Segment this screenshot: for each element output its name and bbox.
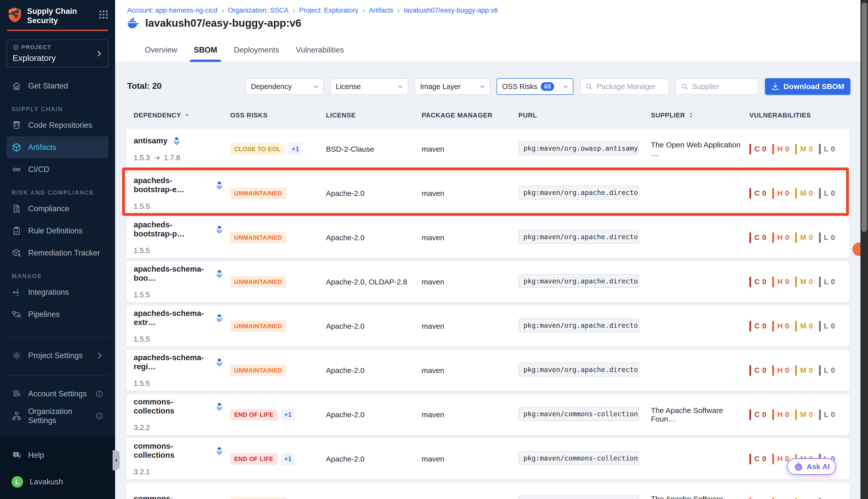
severity-h: H0 [772, 188, 789, 199]
sidebar-item-label: Account Settings [28, 389, 87, 398]
purl-value[interactable]: pkg:maven/commons-configuration/c… [518, 496, 639, 499]
severity-count: 0 [762, 455, 766, 463]
package-manager-value: maven [422, 278, 444, 286]
sidebar-item-project-settings[interactable]: Project Settings [7, 344, 109, 367]
tab-vulnerabilities[interactable]: Vulnerabilities [296, 38, 344, 62]
layers-icon[interactable] [215, 180, 224, 190]
layers-icon[interactable] [215, 224, 224, 234]
doc-search-icon [12, 204, 22, 214]
package-manager-search[interactable] [580, 78, 669, 95]
severity-letter: H [777, 455, 783, 463]
purl-value[interactable]: pkg:maven/org.owasp.antisamy/ant… [518, 141, 639, 155]
supplier-search[interactable] [676, 78, 758, 95]
user-menu[interactable]: L Lavakush [7, 471, 109, 493]
column-header-dependency[interactable]: DEPENDENCY [134, 111, 230, 119]
filter-count-badge: 03 [541, 82, 554, 91]
purl-value[interactable]: pkg:maven/org.apache.directory.s… [518, 186, 639, 199]
tab-sbom[interactable]: SBOM [194, 38, 217, 62]
filter-dropdown-dependency[interactable]: Dependency [245, 78, 324, 95]
purl-value[interactable]: pkg:maven/org.apache.directory.s… [518, 318, 639, 332]
filter-dropdown-oss-risks[interactable]: OSS Risks03 [496, 78, 574, 95]
breadcrumb-link[interactable]: lavakush07/easy-buggy-app:v6 [404, 7, 498, 14]
severity-h: H0 [772, 144, 789, 155]
download-sbom-button[interactable]: Download SBOM [765, 78, 851, 95]
sidebar-item-artifacts[interactable]: Artifacts [7, 136, 109, 158]
scrollbar-track[interactable] [860, 0, 868, 499]
shield-logo-icon [7, 7, 23, 24]
sidebar-item-help[interactable]: ? Help [7, 444, 109, 466]
sidebar-collapse-handle[interactable] [113, 450, 119, 470]
layers-icon[interactable] [215, 446, 224, 455]
table-row[interactable]: antisamy1.5.31.7.8CLOSE TO EOL+1BSD-2-Cl… [126, 129, 850, 170]
license-value: Apache-2.0 [326, 189, 364, 197]
severity-c: C0 [750, 232, 766, 243]
table-row[interactable]: commons-collections3.2.1END OF LIFE+1Apa… [126, 438, 850, 479]
sidebar-item-label: Code Repositories [28, 121, 92, 130]
breadcrumb-link[interactable]: Organization: SSCA [228, 7, 289, 14]
sidebar-item-integrations[interactable]: Integrations [7, 281, 109, 303]
supplier-value: The Apache Software Foun… [651, 406, 723, 423]
sidebar-item-organization-settings[interactable]: Organization Settings [7, 405, 109, 427]
sidebar-item-code-repositories[interactable]: Code Repositories [7, 114, 109, 136]
sort-desc-icon[interactable] [184, 112, 190, 119]
chevron-down-icon [312, 83, 320, 90]
repo-icon [12, 120, 22, 130]
sidebar-item-get-started[interactable]: Get Started [7, 75, 109, 97]
severity-bar [795, 232, 797, 243]
table-row[interactable]: apacheds-schema-extr…1.5.5UNMAINTAINEDAp… [126, 306, 850, 346]
project-selector[interactable]: PROJECT Exploratory [7, 39, 109, 68]
package-manager-value: maven [422, 322, 444, 330]
tab-overview[interactable]: Overview [145, 38, 177, 62]
box-wrench-icon [12, 248, 22, 258]
layers-icon[interactable] [215, 357, 224, 367]
tab-deployments[interactable]: Deployments [234, 38, 279, 62]
license-value: Apache-2.0 [326, 233, 364, 242]
table-row[interactable]: apacheds-bootstrap-p…1.5.5UNMAINTAINEDAp… [126, 217, 850, 258]
sidebar-item-remediation-tracker[interactable]: Remediation Tracker [7, 242, 109, 264]
more-risks-chip[interactable]: +1 [288, 143, 302, 155]
layers-icon[interactable] [215, 313, 224, 323]
severity-count: 0 [831, 278, 835, 286]
accent-divider [7, 30, 108, 31]
sidebar-item-ci-cd[interactable]: CI/CD [7, 158, 109, 181]
vulnerability-counts: C0H0M0L0 [750, 321, 850, 331]
purl-value[interactable]: pkg:maven/org.apache.directory.s… [518, 274, 639, 288]
chevron-down-icon [397, 83, 404, 90]
severity-letter: L [824, 278, 829, 286]
sidebar-item-pipelines[interactable]: Pipelines [7, 303, 109, 326]
sidebar-item-account-settings[interactable]: Account Settings [7, 383, 109, 405]
ask-ai-button[interactable]: Ask AI [787, 458, 836, 475]
sort-icon[interactable] [688, 112, 694, 119]
module-grid-icon[interactable] [98, 9, 109, 20]
layers-icon[interactable] [215, 269, 224, 278]
layers-icon[interactable] [215, 402, 224, 411]
breadcrumb-link[interactable]: Account: app-harness-ng-cicd [127, 7, 217, 14]
table-row[interactable]: apacheds-bootstrap-e…1.5.5UNMAINTAINEDAp… [126, 173, 850, 214]
supplier-search-input[interactable] [692, 83, 753, 91]
purl-value[interactable]: pkg:maven/commons-collections/co… [518, 407, 639, 421]
integrations-icon [12, 287, 22, 297]
sidebar-item-compliance[interactable]: Compliance [7, 198, 109, 220]
info-icon[interactable] [96, 412, 103, 420]
more-risks-chip[interactable]: +1 [281, 409, 295, 421]
purl-value[interactable]: pkg:maven/org.apache.directory.s… [518, 230, 639, 244]
dependency-name: antisamy [134, 136, 167, 145]
layers-icon[interactable] [172, 136, 181, 146]
filter-dropdown-image-layer[interactable]: Image Layer [415, 78, 490, 95]
sidebar-item-label: Pipelines [28, 310, 60, 319]
package-manager-search-input[interactable] [596, 83, 664, 91]
sidebar-item-rule-definitions[interactable]: Rule Definitions [7, 220, 109, 242]
filter-dropdown-license[interactable]: License [330, 78, 408, 95]
info-icon[interactable] [96, 390, 103, 398]
table-row[interactable]: commons-collections3.2.2END OF LIFE+1Apa… [126, 394, 850, 435]
breadcrumb-link[interactable]: Project: Exploratory [299, 7, 358, 14]
more-risks-chip[interactable]: +1 [281, 453, 295, 465]
table-row[interactable]: apacheds-schema-regi…1.5.5UNMAINTAINEDAp… [126, 350, 850, 391]
breadcrumb-link[interactable]: Artifacts [369, 7, 393, 14]
table-row[interactable]: commons-configurationUNMAINTAINEDhttp://… [126, 483, 850, 499]
purl-value[interactable]: pkg:maven/commons-collections/co… [518, 451, 639, 465]
scrollbar-thumb[interactable] [861, 2, 867, 232]
purl-value[interactable]: pkg:maven/org.apache.directory.s… [518, 363, 639, 377]
column-header-supplier[interactable]: SUPPLIER [651, 111, 750, 119]
table-row[interactable]: apacheds-schema-boo…1.5.5UNMAINTAINEDApa… [126, 261, 850, 302]
